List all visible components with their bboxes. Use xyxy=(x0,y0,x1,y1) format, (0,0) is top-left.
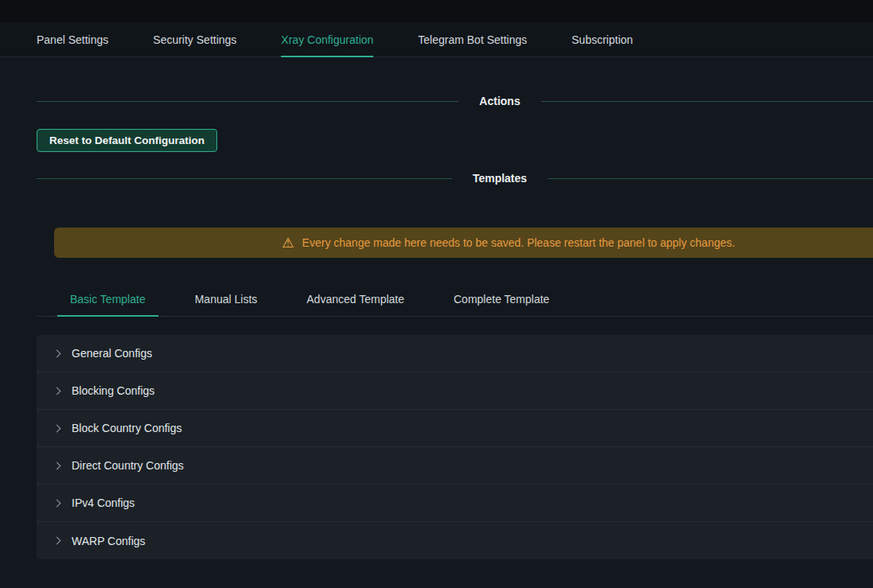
accordion-row-label: General Configs xyxy=(72,347,152,360)
tab-telegram-bot-settings[interactable]: Telegram Bot Settings xyxy=(418,22,527,56)
accordion-row-label: IPv4 Configs xyxy=(72,496,134,509)
accordion-row-label: Block Country Configs xyxy=(72,422,182,434)
restart-warning-alert: ⚠ Every change made here needs to be sav… xyxy=(54,228,873,258)
tab-manual-lists[interactable]: Manual Lists xyxy=(182,282,271,316)
tab-basic-template[interactable]: Basic Template xyxy=(57,282,158,316)
active-tab-indicator xyxy=(281,56,373,57)
tab-panel-settings[interactable]: Panel Settings xyxy=(37,22,108,56)
accordion-row-block-country-configs[interactable]: Block Country Configs xyxy=(37,410,873,447)
actions-divider-label: Actions xyxy=(479,95,520,107)
chevron-right-icon xyxy=(53,499,61,507)
accordion-row-label: Direct Country Configs xyxy=(72,459,184,472)
chevron-right-icon xyxy=(53,349,61,357)
tab-label: Xray Configuration xyxy=(281,33,373,46)
accordion-row-warp-configs[interactable]: WARP Configs xyxy=(37,522,873,559)
divider-line xyxy=(548,178,873,179)
tab-security-settings[interactable]: Security Settings xyxy=(153,22,236,56)
tab-label: Complete Template xyxy=(454,293,549,306)
accordion-row-ipv4-configs[interactable]: IPv4 Configs xyxy=(37,485,873,522)
tab-label: Telegram Bot Settings xyxy=(418,33,527,46)
tab-subscription[interactable]: Subscription xyxy=(571,22,633,56)
tab-label: Subscription xyxy=(571,33,633,46)
tab-label: Manual Lists xyxy=(195,293,258,306)
accordion-row-general-configs[interactable]: General Configs xyxy=(37,335,873,372)
tab-label: Security Settings xyxy=(153,33,236,46)
templates-divider: Templates xyxy=(37,169,873,187)
templates-divider-label: Templates xyxy=(473,172,527,185)
xray-configuration-panel: Actions Reset to Default Configuration T… xyxy=(37,92,873,559)
tab-xray-configuration[interactable]: Xray Configuration xyxy=(281,22,373,56)
configs-accordion: General Configs Blocking Configs Block C… xyxy=(37,335,873,559)
active-tab-indicator xyxy=(57,315,158,317)
tab-advanced-template[interactable]: Advanced Template xyxy=(294,282,417,316)
settings-tab-bar: Panel Settings Security Settings Xray Co… xyxy=(0,22,873,57)
tab-complete-template[interactable]: Complete Template xyxy=(441,282,562,316)
warning-icon: ⚠ xyxy=(282,236,294,250)
chevron-right-icon xyxy=(53,537,61,545)
top-window-strip xyxy=(0,0,873,22)
chevron-right-icon xyxy=(53,461,61,469)
divider-line xyxy=(541,101,873,102)
accordion-row-label: WARP Configs xyxy=(72,535,146,547)
template-tab-bar: Basic Template Manual Lists Advanced Tem… xyxy=(37,282,873,317)
tab-label: Basic Template xyxy=(70,293,146,306)
accordion-row-label: Blocking Configs xyxy=(72,384,154,397)
chevron-right-icon xyxy=(53,424,61,432)
accordion-row-direct-country-configs[interactable]: Direct Country Configs xyxy=(37,447,873,485)
tab-label: Advanced Template xyxy=(306,293,404,306)
accordion-row-blocking-configs[interactable]: Blocking Configs xyxy=(37,372,873,410)
divider-line xyxy=(37,178,452,179)
chevron-right-icon xyxy=(53,387,61,395)
divider-line xyxy=(37,101,458,102)
actions-divider: Actions xyxy=(37,92,873,110)
warning-message: Every change made here needs to be saved… xyxy=(302,236,735,249)
reset-default-config-button[interactable]: Reset to Default Configuration xyxy=(37,129,217,152)
tab-label: Panel Settings xyxy=(37,33,108,46)
